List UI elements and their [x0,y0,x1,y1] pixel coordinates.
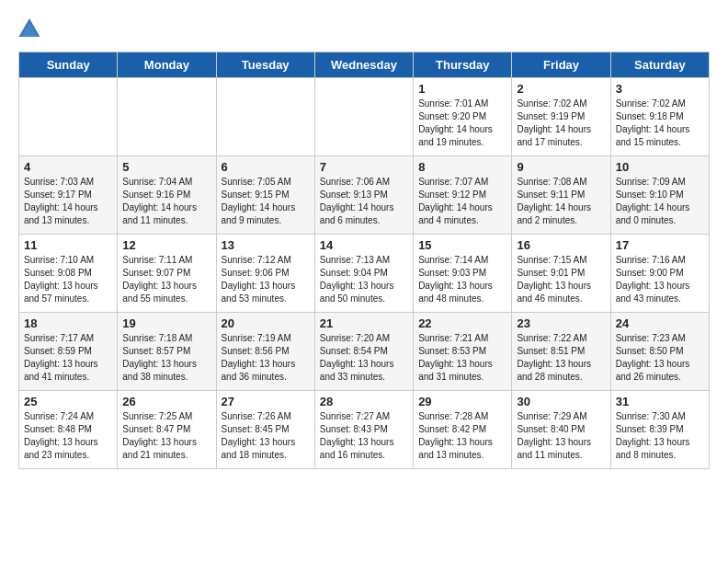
day-header-sunday: Sunday [19,52,118,78]
calendar-header-row: SundayMondayTuesdayWednesdayThursdayFrid… [19,52,710,78]
calendar-cell: 20Sunrise: 7:19 AM Sunset: 8:56 PM Dayli… [216,313,314,391]
day-info: Sunrise: 7:20 AM Sunset: 8:54 PM Dayligh… [320,332,408,384]
day-header-thursday: Thursday [414,52,512,78]
calendar-cell [19,78,118,156]
calendar-cell [314,78,413,156]
calendar-cell: 25Sunrise: 7:24 AM Sunset: 8:48 PM Dayli… [19,391,118,469]
day-info: Sunrise: 7:16 AM Sunset: 9:00 PM Dayligh… [616,254,704,305]
day-info: Sunrise: 7:07 AM Sunset: 9:12 PM Dayligh… [418,176,506,227]
week-row-4: 18Sunrise: 7:17 AM Sunset: 8:59 PM Dayli… [19,313,710,391]
day-number: 27 [222,395,310,408]
calendar-cell: 3Sunrise: 7:02 AM Sunset: 9:18 PM Daylig… [610,78,709,156]
day-header-tuesday: Tuesday [216,52,314,78]
day-info: Sunrise: 7:24 AM Sunset: 8:48 PM Dayligh… [24,410,112,462]
calendar-cell [216,78,314,156]
calendar-cell: 23Sunrise: 7:22 AM Sunset: 8:51 PM Dayli… [512,313,610,391]
page-header [18,18,710,37]
week-row-3: 11Sunrise: 7:10 AM Sunset: 9:08 PM Dayli… [19,235,710,313]
day-info: Sunrise: 7:15 AM Sunset: 9:01 PM Dayligh… [517,254,605,305]
day-info: Sunrise: 7:02 AM Sunset: 9:19 PM Dayligh… [517,98,605,149]
day-number: 21 [320,316,408,330]
day-info: Sunrise: 7:21 AM Sunset: 8:53 PM Dayligh… [418,332,506,384]
day-number: 2 [517,82,605,96]
day-number: 26 [122,395,210,408]
day-number: 13 [222,238,310,252]
week-row-5: 25Sunrise: 7:24 AM Sunset: 8:48 PM Dayli… [19,391,710,469]
day-number: 14 [320,238,408,252]
day-info: Sunrise: 7:17 AM Sunset: 8:59 PM Dayligh… [24,332,112,384]
day-info: Sunrise: 7:06 AM Sunset: 9:13 PM Dayligh… [320,176,408,227]
day-info: Sunrise: 7:26 AM Sunset: 8:45 PM Dayligh… [222,410,310,462]
day-number: 17 [616,238,704,252]
calendar-cell: 18Sunrise: 7:17 AM Sunset: 8:59 PM Dayli… [19,313,118,391]
calendar-cell: 1Sunrise: 7:01 AM Sunset: 9:20 PM Daylig… [414,78,512,156]
calendar-cell: 27Sunrise: 7:26 AM Sunset: 8:45 PM Dayli… [216,391,314,469]
calendar-cell: 28Sunrise: 7:27 AM Sunset: 8:43 PM Dayli… [314,391,413,469]
calendar-cell: 19Sunrise: 7:18 AM Sunset: 8:57 PM Dayli… [118,313,216,391]
calendar-cell: 12Sunrise: 7:11 AM Sunset: 9:07 PM Dayli… [118,235,216,313]
day-number: 6 [222,160,310,174]
day-info: Sunrise: 7:08 AM Sunset: 9:11 PM Dayligh… [517,176,605,227]
day-info: Sunrise: 7:18 AM Sunset: 8:57 PM Dayligh… [122,332,210,384]
day-number: 25 [24,395,112,408]
day-info: Sunrise: 7:02 AM Sunset: 9:18 PM Dayligh… [616,98,704,149]
calendar-cell: 21Sunrise: 7:20 AM Sunset: 8:54 PM Dayli… [314,313,413,391]
week-row-2: 4Sunrise: 7:03 AM Sunset: 9:17 PM Daylig… [19,156,710,235]
day-number: 22 [418,316,506,330]
calendar-cell [118,78,216,156]
calendar-cell: 2Sunrise: 7:02 AM Sunset: 9:19 PM Daylig… [512,78,610,156]
day-info: Sunrise: 7:10 AM Sunset: 9:08 PM Dayligh… [24,254,112,305]
day-number: 4 [24,160,112,174]
week-row-1: 1Sunrise: 7:01 AM Sunset: 9:20 PM Daylig… [19,78,710,156]
calendar-cell: 22Sunrise: 7:21 AM Sunset: 8:53 PM Dayli… [414,313,512,391]
calendar-cell: 24Sunrise: 7:23 AM Sunset: 8:50 PM Dayli… [610,313,709,391]
day-info: Sunrise: 7:04 AM Sunset: 9:16 PM Dayligh… [122,176,210,227]
day-info: Sunrise: 7:27 AM Sunset: 8:43 PM Dayligh… [320,410,408,462]
day-number: 11 [24,238,112,252]
calendar-cell: 30Sunrise: 7:29 AM Sunset: 8:40 PM Dayli… [512,391,610,469]
day-header-friday: Friday [512,52,610,78]
calendar-cell: 4Sunrise: 7:03 AM Sunset: 9:17 PM Daylig… [19,156,118,235]
day-header-saturday: Saturday [610,52,709,78]
calendar-cell: 26Sunrise: 7:25 AM Sunset: 8:47 PM Dayli… [118,391,216,469]
day-number: 7 [320,160,408,174]
day-info: Sunrise: 7:19 AM Sunset: 8:56 PM Dayligh… [222,332,310,384]
calendar-cell: 6Sunrise: 7:05 AM Sunset: 9:15 PM Daylig… [216,156,314,235]
calendar-cell: 17Sunrise: 7:16 AM Sunset: 9:00 PM Dayli… [610,235,709,313]
calendar-cell: 10Sunrise: 7:09 AM Sunset: 9:10 PM Dayli… [610,156,709,235]
calendar-cell: 15Sunrise: 7:14 AM Sunset: 9:03 PM Dayli… [414,235,512,313]
day-number: 10 [616,160,704,174]
calendar-cell: 9Sunrise: 7:08 AM Sunset: 9:11 PM Daylig… [512,156,610,235]
day-info: Sunrise: 7:01 AM Sunset: 9:20 PM Dayligh… [418,98,506,149]
day-number: 15 [418,238,506,252]
day-info: Sunrise: 7:23 AM Sunset: 8:50 PM Dayligh… [616,332,704,384]
day-number: 19 [122,316,210,330]
day-info: Sunrise: 7:22 AM Sunset: 8:51 PM Dayligh… [517,332,605,384]
day-number: 29 [418,395,506,408]
calendar-cell: 8Sunrise: 7:07 AM Sunset: 9:12 PM Daylig… [414,156,512,235]
day-info: Sunrise: 7:30 AM Sunset: 8:39 PM Dayligh… [616,410,704,462]
day-number: 9 [517,160,605,174]
day-info: Sunrise: 7:14 AM Sunset: 9:03 PM Dayligh… [418,254,506,305]
calendar-cell: 13Sunrise: 7:12 AM Sunset: 9:06 PM Dayli… [216,235,314,313]
day-header-wednesday: Wednesday [314,52,413,78]
day-number: 24 [616,316,704,330]
logo [18,18,44,37]
day-number: 5 [122,160,210,174]
day-info: Sunrise: 7:05 AM Sunset: 9:15 PM Dayligh… [222,176,310,227]
day-info: Sunrise: 7:28 AM Sunset: 8:42 PM Dayligh… [418,410,506,462]
day-number: 12 [122,238,210,252]
calendar-cell: 31Sunrise: 7:30 AM Sunset: 8:39 PM Dayli… [610,391,709,469]
day-number: 31 [616,395,704,408]
day-number: 20 [222,316,310,330]
day-number: 3 [616,82,704,96]
day-number: 8 [418,160,506,174]
day-info: Sunrise: 7:03 AM Sunset: 9:17 PM Dayligh… [24,176,112,227]
day-number: 23 [517,316,605,330]
day-info: Sunrise: 7:13 AM Sunset: 9:04 PM Dayligh… [320,254,408,305]
calendar-cell: 5Sunrise: 7:04 AM Sunset: 9:16 PM Daylig… [118,156,216,235]
day-info: Sunrise: 7:09 AM Sunset: 9:10 PM Dayligh… [616,176,704,227]
day-info: Sunrise: 7:12 AM Sunset: 9:06 PM Dayligh… [222,254,310,305]
day-number: 28 [320,395,408,408]
day-number: 1 [418,82,506,96]
